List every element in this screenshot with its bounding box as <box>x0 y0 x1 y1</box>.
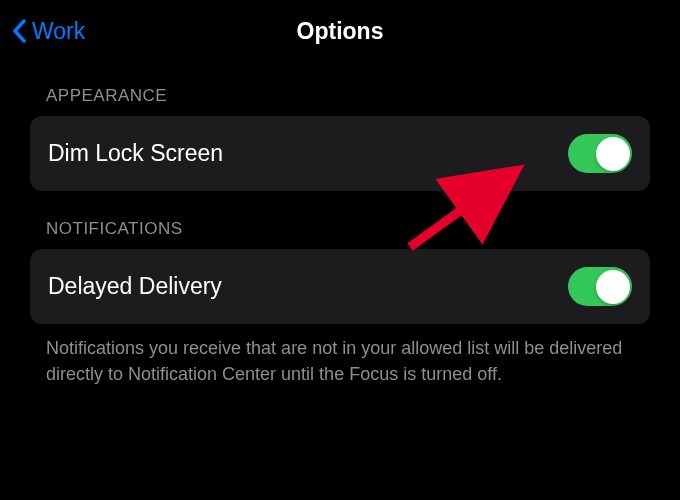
back-button[interactable]: Work <box>12 18 85 45</box>
page-title: Options <box>297 18 384 45</box>
navigation-bar: Work Options <box>0 0 680 58</box>
back-label: Work <box>32 18 85 45</box>
dim-lock-screen-toggle[interactable] <box>568 134 632 173</box>
delayed-delivery-label: Delayed Delivery <box>48 273 222 300</box>
chevron-left-icon <box>12 19 26 43</box>
dim-lock-screen-cell: Dim Lock Screen <box>30 116 650 191</box>
delayed-delivery-cell: Delayed Delivery <box>30 249 650 324</box>
delayed-delivery-toggle[interactable] <box>568 267 632 306</box>
dim-lock-screen-label: Dim Lock Screen <box>48 140 223 167</box>
toggle-knob-icon <box>596 270 630 304</box>
appearance-section-header: APPEARANCE <box>46 86 650 106</box>
content-area: APPEARANCE Dim Lock Screen NOTIFICATIONS… <box>0 86 680 387</box>
notifications-section-header: NOTIFICATIONS <box>46 219 650 239</box>
notifications-footer-text: Notifications you receive that are not i… <box>46 336 640 387</box>
toggle-knob-icon <box>596 137 630 171</box>
